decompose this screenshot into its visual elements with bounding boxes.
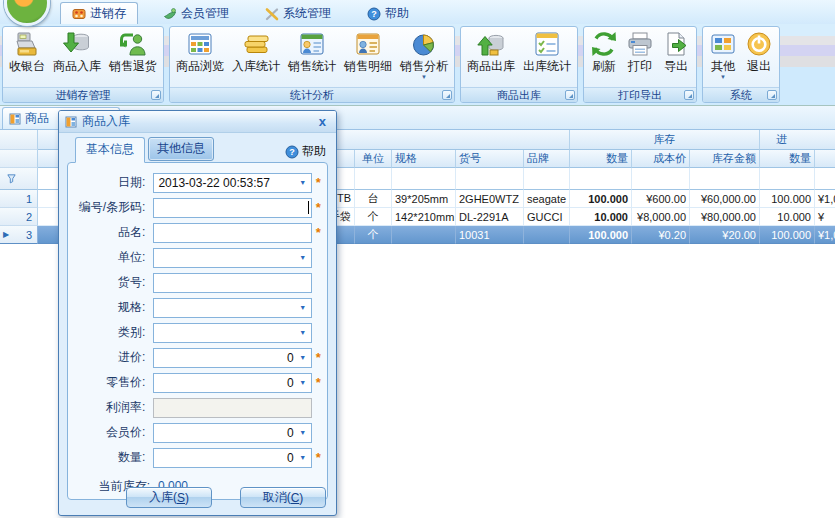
- help-link[interactable]: ?帮助: [285, 143, 326, 163]
- grid-column-header[interactable]: 成本价: [632, 150, 690, 168]
- text-field[interactable]: [153, 273, 311, 293]
- ribbon-button[interactable]: 商品入库: [49, 28, 105, 73]
- dialog-launcher-icon[interactable]: [565, 90, 575, 100]
- application-orb-button[interactable]: [4, 0, 50, 26]
- grid-column-header[interactable]: 数量: [570, 150, 632, 168]
- dialog-title-bar[interactable]: 商品入库 x: [59, 111, 336, 133]
- ribbon-button[interactable]: 刷新: [586, 28, 622, 73]
- table-cell[interactable]: 10.000: [760, 208, 815, 226]
- table-cell[interactable]: ¥20.00: [690, 226, 760, 244]
- spin-field[interactable]: 0▼: [153, 423, 311, 443]
- dialog-launcher-icon[interactable]: [767, 90, 777, 100]
- table-cell[interactable]: ¥: [815, 208, 835, 226]
- table-cell[interactable]: [524, 226, 570, 244]
- ribbon-button[interactable]: 销售统计: [284, 28, 340, 73]
- dialog-launcher-icon[interactable]: [684, 90, 694, 100]
- table-cell[interactable]: 台: [355, 190, 392, 208]
- chevron-down-icon[interactable]: ▼: [297, 379, 309, 386]
- ribbon-tab-4[interactable]: ?帮助: [356, 3, 420, 24]
- table-cell[interactable]: ¥80,000.00: [690, 208, 760, 226]
- ribbon-button[interactable]: 出库统计: [519, 28, 575, 73]
- table-cell[interactable]: 142*210mm: [392, 208, 456, 226]
- member-icon: [163, 7, 177, 21]
- ribbon-button[interactable]: 销售明细: [340, 28, 396, 73]
- stock-in-button[interactable]: 入库(S): [126, 487, 212, 508]
- combo-field[interactable]: ▼: [153, 298, 311, 318]
- chevron-down-icon[interactable]: ▼: [297, 329, 309, 336]
- dialog-launcher-icon[interactable]: [151, 90, 161, 100]
- combo-field[interactable]: 2013-03-22 00:53:57▼: [153, 173, 311, 193]
- ribbon-button[interactable]: 收银台: [5, 28, 49, 73]
- table-cell[interactable]: 10.000: [570, 208, 632, 226]
- table-cell[interactable]: 100.000: [570, 190, 632, 208]
- filter-cell[interactable]: [632, 168, 690, 190]
- filter-cell[interactable]: [456, 168, 524, 190]
- table-cell[interactable]: 100.000: [760, 226, 815, 244]
- grid-column-header[interactable]: 品牌: [524, 150, 570, 168]
- table-cell[interactable]: 个: [355, 226, 392, 244]
- ribbon-button[interactable]: 其他▼: [705, 28, 741, 80]
- text-field[interactable]: [153, 198, 311, 218]
- dialog-launcher-icon[interactable]: [442, 90, 452, 100]
- filter-row-indicator[interactable]: [0, 168, 38, 190]
- filter-cell[interactable]: [570, 168, 632, 190]
- table-cell[interactable]: 10031: [456, 226, 524, 244]
- chevron-down-icon[interactable]: ▼: [297, 429, 309, 436]
- table-cell[interactable]: ¥600.00: [632, 190, 690, 208]
- filter-cell[interactable]: [815, 168, 835, 190]
- text-field[interactable]: [153, 223, 311, 243]
- table-cell[interactable]: seagate: [524, 190, 570, 208]
- table-cell[interactable]: ¥1,0: [815, 226, 835, 244]
- ribbon-button[interactable]: 打印: [622, 28, 658, 73]
- table-cell[interactable]: 100.000: [760, 190, 815, 208]
- ribbon-button[interactable]: 商品浏览: [172, 28, 228, 73]
- table-cell[interactable]: GUCCI: [524, 208, 570, 226]
- grid-column-header[interactable]: 规格: [392, 150, 456, 168]
- ribbon-tab-1[interactable]: 进销存: [60, 2, 138, 24]
- spin-field[interactable]: 0▼: [153, 373, 311, 393]
- grid-column-header[interactable]: 数量: [760, 150, 815, 168]
- chevron-down-icon[interactable]: ▼: [297, 304, 309, 311]
- chevron-down-icon[interactable]: ▼: [297, 354, 309, 361]
- table-cell[interactable]: [392, 226, 456, 244]
- chevron-down-icon[interactable]: ▼: [297, 179, 309, 186]
- filter-cell[interactable]: [524, 168, 570, 190]
- ribbon-button[interactable]: 退出: [741, 28, 777, 73]
- dialog-tab-1[interactable]: 基本信息: [75, 137, 145, 163]
- ribbon-button[interactable]: 商品出库: [463, 28, 519, 73]
- grid-column-header[interactable]: [815, 150, 835, 168]
- table-cell[interactable]: 个: [355, 208, 392, 226]
- table-cell[interactable]: ¥60,000.00: [690, 190, 760, 208]
- filter-cell[interactable]: [690, 168, 760, 190]
- combo-field[interactable]: ▼: [153, 248, 311, 268]
- filter-funnel-icon[interactable]: [6, 173, 17, 184]
- chevron-down-icon[interactable]: ▼: [297, 254, 309, 261]
- grid-column-header[interactable]: 货号: [456, 150, 524, 168]
- ribbon-button[interactable]: 销售退货: [105, 28, 161, 73]
- table-cell[interactable]: ¥0.20: [632, 226, 690, 244]
- chevron-down-icon[interactable]: ▼: [297, 454, 309, 461]
- filter-cell[interactable]: [760, 168, 815, 190]
- table-cell[interactable]: 100.000: [570, 226, 632, 244]
- grid-column-header[interactable]: 库存金额: [690, 150, 760, 168]
- table-cell[interactable]: 2GHE0WTZ: [456, 190, 524, 208]
- ribbon-tab-3[interactable]: 系统管理: [254, 3, 342, 24]
- filter-cell[interactable]: [355, 168, 392, 190]
- ribbon-button[interactable]: 销售分析▼: [396, 28, 452, 80]
- table-cell[interactable]: 39*205mm: [392, 190, 456, 208]
- close-icon[interactable]: x: [315, 115, 330, 129]
- dialog-tab-2[interactable]: 其他信息: [148, 137, 214, 161]
- grid-column-header[interactable]: 单位: [355, 150, 392, 168]
- filter-cell[interactable]: [392, 168, 456, 190]
- cancel-button[interactable]: 取消(C): [240, 487, 326, 508]
- spin-field[interactable]: 0▼: [153, 448, 311, 468]
- table-cell[interactable]: ¥1,0: [815, 190, 835, 208]
- grid-column-header[interactable]: [0, 150, 38, 168]
- ribbon-button[interactable]: 导出: [658, 28, 694, 73]
- spin-field[interactable]: 0▼: [153, 348, 311, 368]
- ribbon-button[interactable]: 入库统计: [228, 28, 284, 73]
- table-cell[interactable]: ¥8,000.00: [632, 208, 690, 226]
- ribbon-tab-2[interactable]: 会员管理: [152, 3, 240, 24]
- combo-field[interactable]: ▼: [153, 323, 311, 343]
- table-cell[interactable]: DL-2291A: [456, 208, 524, 226]
